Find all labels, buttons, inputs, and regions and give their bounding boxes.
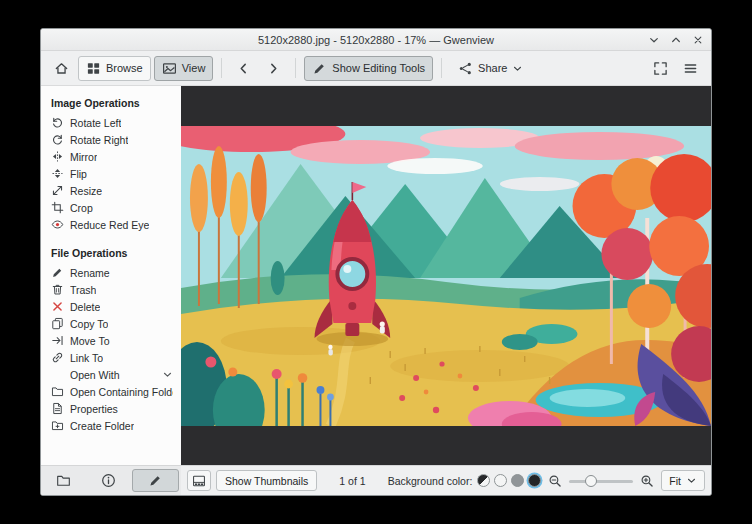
browse-button[interactable]: Browse xyxy=(78,56,151,81)
sidebar-item-open-containing-folder[interactable]: Open Containing Folder xyxy=(41,383,181,400)
background-color-swatches xyxy=(477,474,541,487)
sidebar-item-resize[interactable]: Resize xyxy=(41,182,181,199)
zoom-slider-handle[interactable] xyxy=(585,475,597,487)
maximize-button[interactable] xyxy=(669,33,682,46)
mirror-icon xyxy=(51,150,64,163)
sidebar-item-rotate-right[interactable]: Rotate Right xyxy=(41,131,181,148)
background-swatch-dark[interactable] xyxy=(528,474,541,487)
share-label: Share xyxy=(478,62,507,74)
resize-icon xyxy=(51,184,64,197)
sidebar-tab-operations[interactable] xyxy=(132,469,179,492)
share-icon xyxy=(458,61,473,76)
sidebar-item-rotate-left[interactable]: Rotate Left xyxy=(41,114,181,131)
trash-icon xyxy=(51,283,64,296)
toolbar-separator xyxy=(221,58,222,78)
share-button[interactable]: Share xyxy=(450,56,531,81)
zoom-in-icon xyxy=(640,474,654,488)
item-label: Copy To xyxy=(70,318,108,330)
minimize-button[interactable] xyxy=(647,33,660,46)
content-area: Image Operations Rotate Left Rotate Righ… xyxy=(41,86,711,465)
gwenview-window: 5120x2880.jpg - 5120x2880 - 17% — Gwenvi… xyxy=(40,28,712,496)
chevron-right-icon xyxy=(266,61,281,76)
show-thumbnails-button[interactable]: Show Thumbnails xyxy=(216,470,317,491)
sidebar-item-copy-to[interactable]: Copy To xyxy=(41,315,181,332)
zoom-mode-value: Fit xyxy=(669,475,681,487)
zoom-slider[interactable] xyxy=(569,472,633,490)
menu-button[interactable] xyxy=(677,56,704,81)
home-button[interactable] xyxy=(48,56,75,81)
background-swatch-auto[interactable] xyxy=(477,474,490,487)
item-label: Crop xyxy=(70,202,93,214)
image-content xyxy=(181,126,711,426)
rename-pencil-icon xyxy=(51,266,64,279)
go-back-button[interactable] xyxy=(230,56,257,81)
zoom-out-button[interactable] xyxy=(546,472,564,490)
view-label: View xyxy=(182,62,206,74)
background-color-label: Background color: xyxy=(388,475,473,487)
sidebar-tabs xyxy=(41,466,181,495)
item-label: Resize xyxy=(70,185,102,197)
sidebar-item-mirror[interactable]: Mirror xyxy=(41,148,181,165)
titlebar[interactable]: 5120x2880.jpg - 5120x2880 - 17% — Gwenvi… xyxy=(41,29,711,51)
close-button[interactable] xyxy=(691,33,704,46)
editing-tools-sidebar: Image Operations Rotate Left Rotate Righ… xyxy=(41,86,181,465)
sidebar-item-move-to[interactable]: Move To xyxy=(41,332,181,349)
go-forward-button[interactable] xyxy=(260,56,287,81)
toolbar-separator xyxy=(441,58,442,78)
link-chain-icon xyxy=(51,351,64,364)
section-title-file-operations: File Operations xyxy=(41,241,181,264)
folder-new-icon xyxy=(51,419,64,432)
folder-icon xyxy=(51,385,64,398)
chevron-left-icon xyxy=(236,61,251,76)
folder-icon xyxy=(56,473,71,488)
sidebar-item-link-to[interactable]: Link To xyxy=(41,349,181,366)
zoom-out-icon xyxy=(548,474,562,488)
copy-icon xyxy=(51,317,64,330)
sidebar-tab-folders[interactable] xyxy=(41,466,86,495)
view-button[interactable]: View xyxy=(154,56,214,81)
zoom-in-button[interactable] xyxy=(638,472,656,490)
browse-grid-icon xyxy=(86,61,101,76)
item-label: Trash xyxy=(70,284,96,296)
section-gap xyxy=(41,233,181,241)
info-icon xyxy=(101,473,116,488)
desktop-background: 5120x2880.jpg - 5120x2880 - 17% — Gwenvi… xyxy=(0,0,752,524)
rotate-left-icon xyxy=(51,116,64,129)
flip-icon xyxy=(51,167,64,180)
rotate-right-icon xyxy=(51,133,64,146)
show-editing-tools-label: Show Editing Tools xyxy=(332,62,425,74)
background-swatch-gray[interactable] xyxy=(511,474,524,487)
edit-pencil-icon xyxy=(312,61,327,76)
thumbnail-bar-icon xyxy=(192,474,206,488)
sidebar-item-properties[interactable]: Properties xyxy=(41,400,181,417)
browse-label: Browse xyxy=(106,62,143,74)
show-editing-tools-button[interactable]: Show Editing Tools xyxy=(304,56,433,81)
sidebar-item-flip[interactable]: Flip xyxy=(41,165,181,182)
sidebar-item-rename[interactable]: Rename xyxy=(41,264,181,281)
chevron-down-icon xyxy=(512,63,523,74)
sidebar-item-crop[interactable]: Crop xyxy=(41,199,181,216)
fullscreen-button[interactable] xyxy=(647,56,674,81)
thumbnail-bar-toggle-button[interactable] xyxy=(187,470,211,491)
sidebar-tab-information[interactable] xyxy=(86,466,131,495)
item-label: Move To xyxy=(70,335,110,347)
sidebar-item-reduce-red-eye[interactable]: Reduce Red Eye xyxy=(41,216,181,233)
section-title-image-operations: Image Operations xyxy=(41,91,181,114)
hamburger-menu-icon xyxy=(683,61,698,76)
edit-pencil-icon xyxy=(148,473,163,488)
item-label: Open Containing Folder xyxy=(70,386,173,398)
image-counter: 1 of 1 xyxy=(322,475,382,487)
sidebar-item-open-with[interactable]: Open With xyxy=(41,366,181,383)
item-label: Rotate Right xyxy=(70,134,128,146)
sidebar-item-trash[interactable]: Trash xyxy=(41,281,181,298)
item-label: Delete xyxy=(70,301,100,313)
status-bar: Show Thumbnails 1 of 1 Background color:… xyxy=(181,466,711,495)
window-title: 5120x2880.jpg - 5120x2880 - 17% — Gwenvi… xyxy=(258,34,494,46)
item-label: Rename xyxy=(70,267,110,279)
main-toolbar: Browse View Show Editing Tools Share xyxy=(41,51,711,86)
background-swatch-light[interactable] xyxy=(494,474,507,487)
zoom-mode-select[interactable]: Fit xyxy=(661,470,705,491)
sidebar-item-create-folder[interactable]: Create Folder xyxy=(41,417,181,434)
sidebar-item-delete[interactable]: Delete xyxy=(41,298,181,315)
image-viewport[interactable] xyxy=(181,86,711,465)
